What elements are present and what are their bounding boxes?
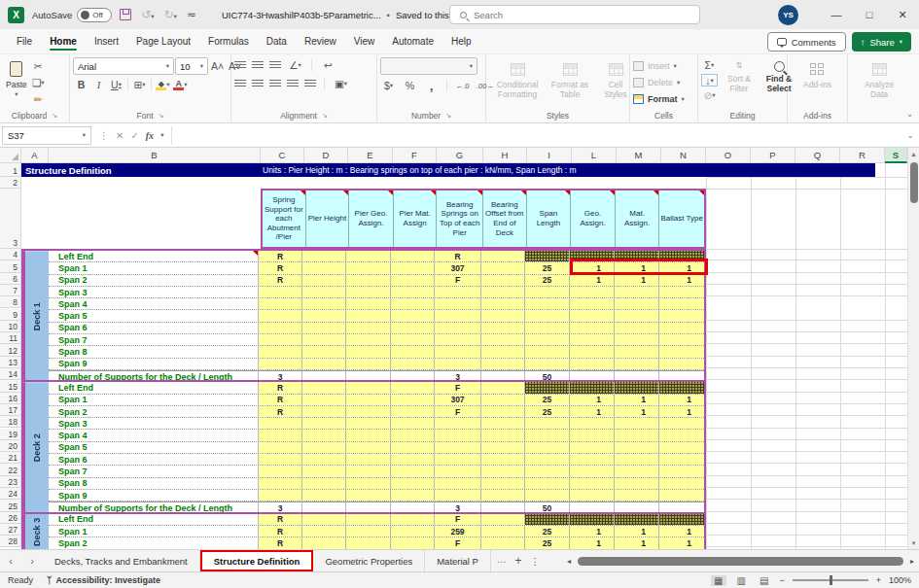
bold-button[interactable]: B	[73, 77, 89, 92]
cell[interactable]	[481, 298, 525, 309]
cell[interactable]	[391, 395, 435, 405]
cell[interactable]	[346, 298, 391, 309]
cell[interactable]	[391, 346, 435, 357]
cell[interactable]	[570, 430, 615, 440]
cell[interactable]	[615, 334, 659, 345]
cell[interactable]	[570, 334, 615, 345]
cell[interactable]	[481, 526, 525, 536]
next-sheet-button[interactable]: ›	[21, 550, 43, 571]
cell[interactable]: R	[259, 251, 302, 261]
cell[interactable]	[346, 478, 391, 489]
cell[interactable]	[259, 466, 302, 476]
cell[interactable]	[346, 359, 391, 369]
cell[interactable]: 307	[435, 262, 481, 273]
cell[interactable]	[302, 430, 346, 440]
cell[interactable]	[435, 418, 481, 429]
cell[interactable]	[391, 287, 435, 297]
cell[interactable]	[659, 454, 704, 465]
number-format-select[interactable]: ▾	[380, 57, 477, 75]
undo-button[interactable]: ↺▾	[141, 8, 154, 21]
page-layout-view-button[interactable]: ▥	[734, 575, 749, 586]
cell[interactable]	[346, 262, 391, 273]
save-icon[interactable]	[120, 9, 131, 20]
row-header-23[interactable]: 23	[0, 476, 21, 488]
column-header-F[interactable]: F	[393, 148, 437, 163]
cell[interactable]	[525, 382, 570, 393]
cell[interactable]	[570, 298, 615, 309]
cell[interactable]: 1	[615, 406, 659, 417]
row-label-cell[interactable]: Span 1	[49, 395, 259, 405]
cell[interactable]	[659, 334, 704, 345]
cell[interactable]	[615, 442, 659, 453]
cell[interactable]	[615, 287, 659, 297]
row-label-cell[interactable]: Span 2	[49, 275, 259, 286]
row-header-19[interactable]: 19	[0, 429, 21, 440]
cell[interactable]: 1	[659, 262, 704, 273]
align-middle-icon[interactable]	[252, 61, 264, 70]
cell[interactable]	[481, 442, 525, 453]
cell[interactable]	[525, 310, 570, 321]
cell[interactable]	[346, 526, 391, 536]
header-cell[interactable]: Pier Height	[306, 190, 350, 247]
cell[interactable]	[435, 478, 481, 489]
font-size-select[interactable]: 10▾	[175, 57, 208, 75]
tab-insert[interactable]: Insert	[86, 32, 127, 51]
cell[interactable]	[302, 262, 346, 273]
column-header-S[interactable]: S	[885, 148, 907, 163]
cell[interactable]: 1	[615, 537, 659, 549]
underline-button[interactable]: U▾	[108, 77, 124, 92]
cell[interactable]	[391, 323, 435, 333]
align-left-icon[interactable]	[234, 80, 246, 88]
cell[interactable]	[481, 395, 525, 405]
cell[interactable]: R	[259, 382, 302, 393]
row-label-cell[interactable]: Span 1	[49, 262, 259, 273]
cell[interactable]	[659, 442, 704, 453]
zoom-in-button[interactable]: +	[876, 575, 881, 585]
cell[interactable]	[659, 418, 704, 429]
cell[interactable]	[570, 310, 615, 321]
decrease-indent-icon[interactable]	[287, 80, 299, 88]
row-label-cell[interactable]: Span 8	[49, 478, 259, 489]
row-header-12[interactable]: 12	[0, 344, 21, 356]
cell[interactable]	[435, 430, 481, 440]
cell[interactable]	[346, 323, 391, 333]
delete-cells-button[interactable]: Delete▾	[633, 75, 680, 90]
cell[interactable]: 1	[570, 275, 615, 286]
cell[interactable]: 1	[570, 537, 615, 549]
row-header-4[interactable]: 4	[0, 249, 21, 260]
row-header-17[interactable]: 17	[0, 404, 21, 416]
paste-button[interactable]: Paste ▾	[3, 57, 30, 99]
cell[interactable]	[525, 418, 570, 429]
header-cell[interactable]: Spring Support for each Abutment /Pier	[263, 190, 306, 247]
cell[interactable]	[346, 406, 391, 417]
cell[interactable]	[481, 310, 525, 321]
row-label-cell[interactable]: Span 2	[49, 406, 259, 417]
cell[interactable]: 1	[659, 537, 704, 549]
cell[interactable]	[259, 334, 302, 345]
row-label-cell[interactable]: Span 6	[49, 323, 259, 333]
row-label-cell[interactable]: Span 8	[49, 346, 259, 357]
cell[interactable]	[302, 334, 346, 345]
cell[interactable]	[302, 323, 346, 333]
row-header-28[interactable]: 28	[0, 536, 21, 547]
cell[interactable]	[391, 490, 435, 501]
header-cell[interactable]: Bearing Springs on Top of each Pier	[437, 190, 483, 247]
cell[interactable]	[525, 478, 570, 489]
confirm-entry-button[interactable]: ✓	[130, 130, 138, 141]
cell[interactable]: 1	[570, 526, 615, 536]
cell[interactable]	[346, 382, 391, 393]
cell[interactable]	[302, 275, 346, 286]
format-painter-button[interactable]: ✏	[30, 91, 47, 107]
cell[interactable]	[346, 490, 391, 501]
cell[interactable]	[302, 395, 346, 405]
cell[interactable]: 25	[525, 537, 570, 549]
tab-help[interactable]: Help	[442, 32, 480, 51]
cell[interactable]	[259, 454, 302, 465]
tab-view[interactable]: View	[345, 32, 384, 51]
row-header-11[interactable]: 11	[0, 332, 21, 344]
cell[interactable]	[259, 346, 302, 357]
column-header-M[interactable]: M	[617, 148, 661, 163]
cell[interactable]	[659, 359, 704, 369]
cell[interactable]	[435, 298, 481, 309]
tab-formulas[interactable]: Formulas	[199, 32, 258, 51]
